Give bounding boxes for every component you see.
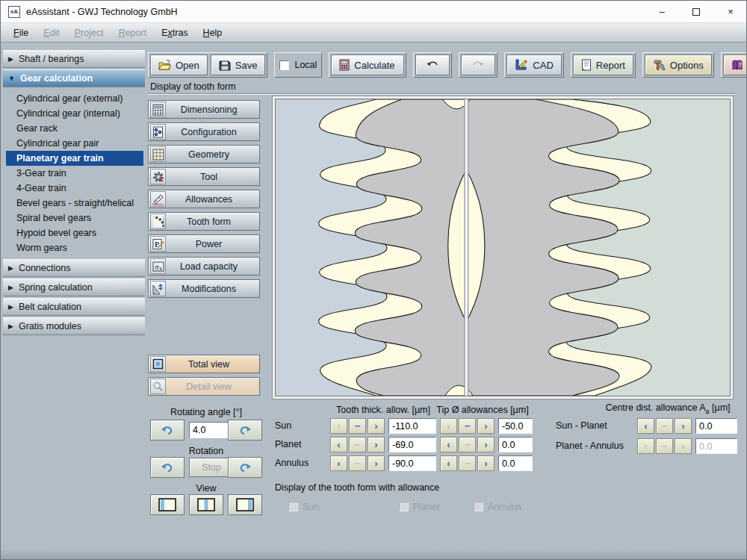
menu-edit[interactable]: Edit [37,25,66,40]
sidebar-item-worm-gears[interactable]: Worm gears [3,240,145,255]
tip-planet-decrease-button[interactable]: ‹ [440,437,457,452]
redo-button[interactable] [461,55,495,75]
sidebar-item-cylindrical-internal[interactable]: Cylindrical gear (internal) [3,106,145,121]
centre-sun-planet-input[interactable] [695,418,737,434]
chevron-right-icon: ▶ [8,284,13,291]
tooth-thick-sun-reset-button[interactable]: − [349,418,366,434]
allowance-planet-checkbox[interactable] [399,502,409,511]
sidebar-item-spiral-bevel-gears[interactable]: Spiral bevel gears [3,211,145,225]
tooth-form-button[interactable]: Tooth form [148,212,260,231]
allowance-annulus-checkbox[interactable] [474,502,483,511]
modifications-button[interactable]: Modifications [148,279,260,298]
open-button[interactable]: Open [150,55,208,75]
view-right-button[interactable] [228,494,262,515]
sidebar-item-bevel-gears[interactable]: Bevel gears - straight/helical [3,196,145,211]
sidebar-item-planetary-gear-train[interactable]: Planetary gear train [6,151,143,166]
tooth-thick-annulus-reset-button[interactable]: − [349,455,366,471]
report-document-icon [581,59,592,71]
sidebar-section-gear-calculation[interactable]: ▼ Gear calculation [3,69,145,87]
options-button[interactable]: Options [645,55,712,75]
menu-help[interactable]: Help [196,25,229,40]
allowances-button[interactable]: Allowances [148,190,260,208]
window-bottom-frame [1,549,747,559]
report-button[interactable]: Report [573,55,633,75]
sidebar-item-4-gear-train[interactable]: 4-Gear train [3,181,145,196]
sidebar-section-connections[interactable]: ▶ Connections [3,259,145,277]
detail-view-button[interactable]: Detail view [148,377,260,396]
tip-sun-reset-button[interactable]: − [459,418,476,434]
help-button[interactable]: ? Help [723,55,747,75]
undo-button[interactable] [415,55,450,75]
rotate-ccw-step-button[interactable] [150,420,185,441]
geometry-button[interactable]: Geometry [148,145,260,164]
tip-planet-increase-button[interactable]: › [477,437,495,452]
cad-button[interactable]: CAD [506,55,561,75]
total-view-button[interactable]: Total view [148,355,260,373]
view-left-button[interactable] [150,494,185,515]
menu-project[interactable]: Project [68,25,111,40]
tip-annulus-reset-button[interactable]: − [459,455,476,471]
tooth-thick-planet-decrease-button[interactable]: ‹ [330,437,347,452]
tip-sun-decrease-button[interactable]: ‹ [440,418,457,434]
rotation-cw-button[interactable] [228,457,262,478]
sidebar-section-gratis-modules[interactable]: ▶ Gratis modules [3,317,145,335]
sidebar-item-cylindrical-external[interactable]: Cylindrical gear (external) [3,91,145,106]
sidebar-item-hypoid-bevel-gears[interactable]: Hypoid bevel gears [3,225,145,240]
centre-planet-annulus-increase-button[interactable]: › [675,438,692,454]
save-button[interactable]: Save [211,55,266,75]
tip-sun-increase-button[interactable]: › [477,418,495,434]
power-button[interactable]: P Power [148,234,260,253]
load-capacity-button[interactable]: σx Load capacity [148,257,260,276]
tip-annulus-decrease-button[interactable]: ‹ [440,455,457,471]
menu-report[interactable]: Report [112,25,154,40]
calculate-button[interactable]: Calculate [331,55,404,75]
sidebar-item-3-gear-train[interactable]: 3-Gear train [3,166,145,181]
sidebar-section-belt-calculation[interactable]: ▶ Belt calculation [3,298,145,316]
tip-planet-reset-button[interactable]: − [459,437,476,452]
view-centre-button[interactable] [189,494,223,515]
tip-sun-input[interactable] [498,418,533,434]
modifications-icon [150,281,166,296]
rotate-cw-step-button[interactable] [228,420,262,441]
rotation-ccw-button[interactable] [150,457,185,478]
centre-sun-planet-reset-button[interactable]: − [656,418,673,434]
geometry-icon [150,146,166,162]
allowance-sun-checkbox[interactable] [288,502,298,511]
centre-sun-planet-increase-button[interactable]: › [675,418,692,434]
rotating-angle-input[interactable] [189,422,234,438]
menu-file[interactable]: File [7,25,35,40]
centre-sun-planet-decrease-button[interactable]: ‹ [637,418,654,434]
centre-planet-annulus-reset-button[interactable]: − [656,438,673,454]
tip-annulus-increase-button[interactable]: › [477,455,495,471]
tooth-thick-planet-reset-button[interactable]: − [349,437,366,452]
tooth-thick-planet-increase-button[interactable]: › [368,437,385,452]
detail-view-magnifier-icon [150,379,166,394]
maximize-button[interactable] [679,1,713,23]
centre-planet-annulus-decrease-button[interactable]: ‹ [637,438,654,454]
configuration-button[interactable]: Configuration [148,122,260,141]
tip-annulus-input[interactable] [498,455,533,471]
close-button[interactable]: × [713,1,747,23]
sidebar-section-spring-calculation[interactable]: ▶ Spring calculation [3,279,145,296]
local-checkbox[interactable] [279,60,289,70]
rotation-stop-button[interactable]: Stop [189,458,234,477]
sidebar-item-cylindrical-pair[interactable]: Cylindrical gear pair [3,136,145,151]
sidebar-section-shaft-bearings[interactable]: ▶ Shaft / bearings [3,50,145,68]
tool-button[interactable]: Tool [148,167,260,186]
tooth-thick-annulus-decrease-button[interactable]: ‹ [330,455,347,471]
centre-planet-annulus-input[interactable] [695,438,737,454]
window-controls: – × [645,1,747,23]
dimensioning-button[interactable]: Dimensioning [148,100,260,119]
function-buttons: Dimensioning Configuration Geometry Tool… [148,100,260,302]
tooth-thick-sun-input[interactable] [388,418,436,434]
tip-planet-input[interactable] [498,437,533,452]
sidebar-item-gear-rack[interactable]: Gear rack [3,121,145,136]
minimize-button[interactable]: – [645,1,679,23]
tooth-thick-annulus-increase-button[interactable]: › [368,455,385,471]
menu-extras[interactable]: Extras [155,25,194,40]
tooth-thick-sun-increase-button[interactable]: › [368,418,385,434]
tooth-form-canvas[interactable] [275,99,731,396]
tooth-thick-planet-input[interactable] [388,437,436,452]
tooth-thick-sun-decrease-button[interactable]: ‹ [330,418,347,434]
tooth-thick-annulus-input[interactable] [388,455,436,471]
